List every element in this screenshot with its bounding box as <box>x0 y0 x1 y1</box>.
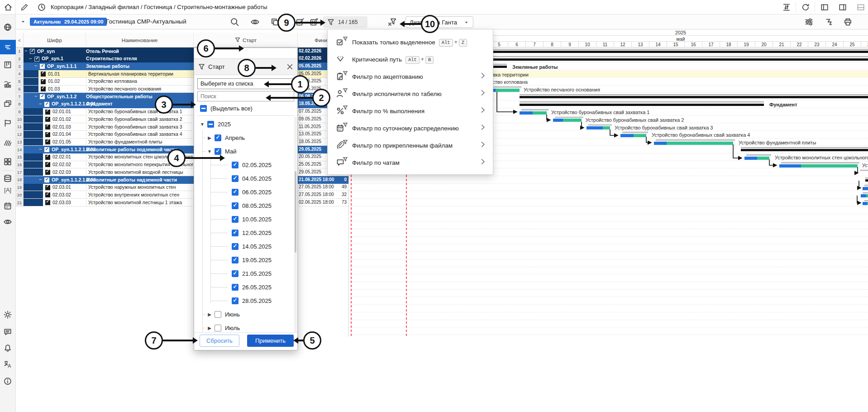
column-header-name[interactable]: Наименование <box>86 33 194 48</box>
gantt-task-bar[interactable] <box>634 134 646 137</box>
filter-tree-item[interactable]: ▼2025 <box>194 117 293 131</box>
tree-checkbox[interactable] <box>207 121 214 128</box>
gantt-progress-bar[interactable] <box>587 126 603 129</box>
tree-checkbox[interactable] <box>232 297 238 304</box>
expand-icon[interactable]: ▶ <box>207 326 212 331</box>
row-checkbox[interactable]: ✓ <box>45 185 50 190</box>
sun-icon[interactable] <box>3 310 12 319</box>
info-icon[interactable] <box>3 377 12 386</box>
row-checkbox[interactable]: ✓ <box>44 177 49 182</box>
filter-tree-item[interactable]: 08.05.2025 <box>194 199 293 212</box>
filter-tree-item[interactable]: 19.05.2025 <box>194 253 293 267</box>
filter-tree-item[interactable]: 26.05.2025 <box>194 280 293 294</box>
table-row[interactable]: 20✓02.03.02Устройство внутренних монолит… <box>16 191 348 199</box>
collapse-table-button[interactable]: < <box>16 33 24 48</box>
row-checkbox[interactable]: ✓ <box>45 162 50 167</box>
row-checkbox[interactable]: ✓ <box>45 125 50 129</box>
select-all-row[interactable]: (Выделить все) <box>200 103 253 114</box>
collapse-icon[interactable]: − <box>39 101 43 109</box>
column-header-code[interactable]: Шифр <box>24 33 86 48</box>
collapse-icon[interactable]: − <box>24 48 29 56</box>
menu-item[interactable]: Фильтр по % выполнения <box>328 102 493 120</box>
globe-icon[interactable] <box>3 23 12 32</box>
gantt-task-bar[interactable] <box>603 126 610 129</box>
panel-left-icon[interactable] <box>820 3 829 12</box>
table-row[interactable]: 1−✓OP_synОтель Речной02.02.2026 <box>16 48 348 55</box>
funnel-icon[interactable] <box>327 18 335 26</box>
view-selector[interactable]: Диаграмма Ганта <box>405 16 473 28</box>
gantt-progress-bar[interactable] <box>520 111 533 115</box>
table-row[interactable]: 21✓02.03.03Устройство монолитной лестниц… <box>16 199 348 206</box>
row-checkbox[interactable]: ✓ <box>41 72 46 77</box>
row-checkbox[interactable]: ✓ <box>40 94 45 99</box>
tree-checkbox[interactable] <box>215 325 221 331</box>
expand-icon[interactable]: ▶ <box>207 312 212 317</box>
gantt-progress-bar[interactable] <box>863 187 868 190</box>
filter-tree-item[interactable]: 04.05.2025 <box>194 172 293 185</box>
gantt-task-bar[interactable] <box>563 119 582 122</box>
tree-checkbox[interactable] <box>232 175 238 182</box>
close-icon[interactable] <box>286 63 294 71</box>
gantt-progress-bar[interactable] <box>863 202 867 205</box>
gantt-progress-bar[interactable] <box>779 164 801 168</box>
table-row[interactable]: 2−✓OP_syn.1Строительство отеля02.02.2026 <box>16 55 348 63</box>
collapse-icon[interactable]: − <box>34 93 39 101</box>
row-checkbox[interactable]: ✓ <box>45 192 50 197</box>
table-row[interactable]: 17✓02.02.03Устройство монолитной входной… <box>16 168 348 176</box>
tree-checkbox[interactable] <box>215 134 221 141</box>
brackets-a-icon[interactable]: [A] <box>3 186 12 195</box>
link-zigzag-icon[interactable] <box>824 17 834 27</box>
filter-tree-item[interactable]: ▶Апрель <box>194 131 293 144</box>
tree-checkbox[interactable] <box>232 202 238 209</box>
table-row[interactable]: 13✓02.01.05Устройство фундаментной плиты… <box>16 139 348 146</box>
table-row[interactable]: 3−✓OP_syn.1.1.1Земляные работы05.05.2025 <box>16 62 348 70</box>
gantt-task-bar[interactable] <box>667 142 733 145</box>
gantt-progress-bar[interactable] <box>744 157 757 160</box>
panel-right-icon[interactable] <box>838 3 847 12</box>
gantt-task-bar[interactable] <box>757 157 769 160</box>
filter-tree-item[interactable]: 02.05.2025 <box>194 158 293 172</box>
chart-icon[interactable] <box>3 80 12 89</box>
row-checkbox[interactable]: ✓ <box>45 117 50 122</box>
clock-icon[interactable] <box>37 3 46 12</box>
filter-tree-item[interactable]: 10.05.2025 <box>194 212 293 226</box>
tree-checkbox[interactable] <box>215 311 221 318</box>
gantt-task-bar[interactable] <box>866 194 868 197</box>
row-checkbox[interactable]: ✓ <box>45 139 50 144</box>
scrollbar-thumb[interactable] <box>295 171 296 253</box>
tree-checkbox[interactable] <box>215 148 221 155</box>
menu-item[interactable]: Фильтр по прикрепленным файлам <box>328 137 493 154</box>
gantt-summary-bar[interactable] <box>865 179 868 182</box>
tree-checkbox[interactable] <box>232 284 238 291</box>
collapse-icon[interactable]: − <box>39 146 43 154</box>
bell-icon[interactable] <box>3 344 12 353</box>
gantt-progress-bar[interactable] <box>620 134 634 137</box>
comment-icon[interactable] <box>3 327 12 336</box>
tree-checkbox[interactable] <box>232 162 238 168</box>
gantt-progress-bar[interactable] <box>553 119 563 122</box>
reset-button[interactable]: Сбросить <box>200 335 239 347</box>
row-checkbox[interactable]: ✓ <box>45 110 50 115</box>
menu-item[interactable]: Фильтр по акцептованию <box>328 68 493 85</box>
filter-tree-item[interactable]: 28.05.2025 <box>194 294 293 307</box>
sliders-icon[interactable] <box>804 17 814 27</box>
flag-icon[interactable] <box>3 119 12 128</box>
chevron-down-icon[interactable] <box>19 18 27 25</box>
row-checkbox[interactable]: ✓ <box>44 147 49 152</box>
table-row[interactable]: 12✓02.01.04Устройство буронабивных свай … <box>16 131 348 139</box>
table-row[interactable]: 18−✓OP_syn.1.1.2.1.2.03Монолитные работы… <box>16 176 348 184</box>
hatch-icon[interactable] <box>3 138 12 147</box>
windows-icon[interactable] <box>3 99 12 108</box>
row-checkbox[interactable]: ✓ <box>45 155 50 160</box>
select-all-checkbox[interactable] <box>200 105 207 112</box>
filter-tree-item[interactable]: ▶Июнь <box>194 307 293 321</box>
menu-item[interactable]: Фильтр по суточному распределению <box>328 120 493 137</box>
filter-tree-item[interactable]: 12.05.2025 <box>194 226 293 240</box>
funnel-icon[interactable] <box>234 37 241 44</box>
filter-tree-item[interactable]: ▶Июль <box>194 321 293 333</box>
row-checkbox[interactable]: ✓ <box>44 102 49 107</box>
menu-item[interactable]: Фильтр исполнителя по табелю <box>328 85 493 102</box>
table-row[interactable]: 10✓02.01.02Устройство буронабивных свай … <box>16 115 348 123</box>
filter-tree-item[interactable]: 06.05.2025 <box>194 185 293 199</box>
menu-item[interactable]: Критический путьAlt+B <box>328 51 493 68</box>
